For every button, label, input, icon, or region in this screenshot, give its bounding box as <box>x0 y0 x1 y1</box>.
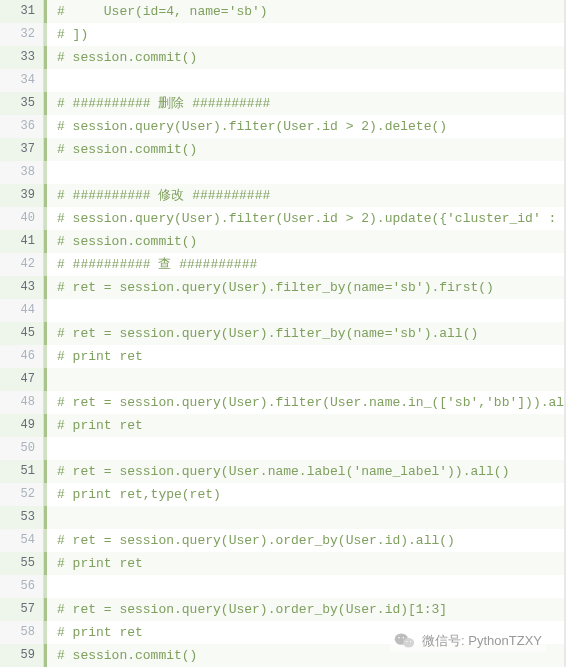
code-line[interactable] <box>44 575 564 598</box>
code-line[interactable]: # ]) <box>44 23 564 46</box>
line-number: 40 <box>0 207 43 230</box>
comment-token: # ########## 修改 ########## <box>57 188 270 203</box>
line-number: 32 <box>0 23 43 46</box>
line-number: 53 <box>0 506 43 529</box>
line-number: 38 <box>0 161 43 184</box>
svg-point-3 <box>403 637 405 639</box>
code-line[interactable]: # session.query(User).filter(User.id > 2… <box>44 207 564 230</box>
comment-token: # ########## 删除 ########## <box>57 96 270 111</box>
comment-token: # session.query(User).filter(User.id > 2… <box>57 119 447 134</box>
comment-token: # ret = session.query(User).order_by(Use… <box>57 602 447 617</box>
code-line[interactable] <box>44 299 564 322</box>
comment-token: # ]) <box>57 27 88 42</box>
comment-token: # print ret <box>57 556 143 571</box>
comment-token: # print ret <box>57 418 143 433</box>
line-number: 49 <box>0 414 43 437</box>
line-number: 52 <box>0 483 43 506</box>
line-number: 34 <box>0 69 43 92</box>
line-number: 59 <box>0 644 43 667</box>
svg-point-2 <box>398 637 400 639</box>
code-line[interactable]: # ret = session.query(User).order_by(Use… <box>44 598 564 621</box>
code-line[interactable]: # ret = session.query(User).order_by(Use… <box>44 529 564 552</box>
code-line[interactable] <box>44 437 564 460</box>
code-line[interactable] <box>44 161 564 184</box>
line-number: 55 <box>0 552 43 575</box>
code-line[interactable]: # session.query(User).filter(User.id > 2… <box>44 115 564 138</box>
comment-token: # ret = session.query(User).filter_by(na… <box>57 326 478 341</box>
line-number: 50 <box>0 437 43 460</box>
code-line[interactable]: # session.commit() <box>44 46 564 69</box>
line-number: 35 <box>0 92 43 115</box>
code-content[interactable]: # User(id=4, name='sb')# ])# session.com… <box>44 0 566 667</box>
wechat-watermark: 微信号: PythonTZXY <box>390 629 546 652</box>
code-line[interactable]: # ########## 查 ########## <box>44 253 564 276</box>
code-line[interactable]: # ret = session.query(User).filter_by(na… <box>44 322 564 345</box>
line-number: 56 <box>0 575 43 598</box>
svg-point-4 <box>406 641 407 642</box>
comment-token: # print ret <box>57 349 143 364</box>
comment-token: # session.commit() <box>57 50 197 65</box>
comment-token: # ret = session.query(User).filter(User.… <box>57 395 566 410</box>
comment-token: # ret = session.query(User).filter_by(na… <box>57 280 494 295</box>
code-line[interactable]: # session.commit() <box>44 230 564 253</box>
code-line[interactable]: # print ret <box>44 552 564 575</box>
line-number: 33 <box>0 46 43 69</box>
comment-token: # print ret,type(ret) <box>57 487 221 502</box>
line-number: 44 <box>0 299 43 322</box>
code-line[interactable] <box>44 69 564 92</box>
comment-token: # User(id=4, name='sb') <box>57 4 268 19</box>
line-number: 51 <box>0 460 43 483</box>
line-number: 37 <box>0 138 43 161</box>
code-line[interactable]: # print ret <box>44 345 564 368</box>
svg-point-5 <box>410 641 411 642</box>
code-line[interactable]: # ########## 修改 ########## <box>44 184 564 207</box>
line-number: 47 <box>0 368 43 391</box>
wechat-icon <box>394 631 416 650</box>
comment-token: # session.query(User).filter(User.id > 2… <box>57 211 566 226</box>
line-number: 48 <box>0 391 43 414</box>
line-number: 31 <box>0 0 43 23</box>
code-line[interactable]: # ret = session.query(User).filter_by(na… <box>44 276 564 299</box>
line-number: 42 <box>0 253 43 276</box>
svg-point-1 <box>403 638 414 648</box>
code-line[interactable] <box>44 506 564 529</box>
code-line[interactable]: # ########## 删除 ########## <box>44 92 564 115</box>
comment-token: # print ret <box>57 625 143 640</box>
line-number-gutter: 3132333435363738394041424344454647484950… <box>0 0 44 667</box>
code-line[interactable]: # ret = session.query(User.name.label('n… <box>44 460 564 483</box>
line-number: 36 <box>0 115 43 138</box>
comment-token: # session.commit() <box>57 234 197 249</box>
code-line[interactable]: # User(id=4, name='sb') <box>44 0 564 23</box>
code-line[interactable]: # ret = session.query(User).filter(User.… <box>44 391 564 414</box>
line-number: 54 <box>0 529 43 552</box>
watermark-text: 微信号: PythonTZXY <box>422 632 542 650</box>
line-number: 39 <box>0 184 43 207</box>
code-line[interactable]: # session.commit() <box>44 138 564 161</box>
line-number: 41 <box>0 230 43 253</box>
line-number: 58 <box>0 621 43 644</box>
code-line[interactable]: # print ret,type(ret) <box>44 483 564 506</box>
code-line[interactable]: # print ret <box>44 414 564 437</box>
comment-token: # session.commit() <box>57 142 197 157</box>
comment-token: # session.commit() <box>57 648 197 663</box>
code-line[interactable] <box>44 368 564 391</box>
line-number: 43 <box>0 276 43 299</box>
comment-token: # ret = session.query(User).order_by(Use… <box>57 533 455 548</box>
line-number: 46 <box>0 345 43 368</box>
comment-token: # ret = session.query(User.name.label('n… <box>57 464 509 479</box>
comment-token: # ########## 查 ########## <box>57 257 257 272</box>
line-number: 57 <box>0 598 43 621</box>
code-editor: 3132333435363738394041424344454647484950… <box>0 0 566 667</box>
line-number: 45 <box>0 322 43 345</box>
